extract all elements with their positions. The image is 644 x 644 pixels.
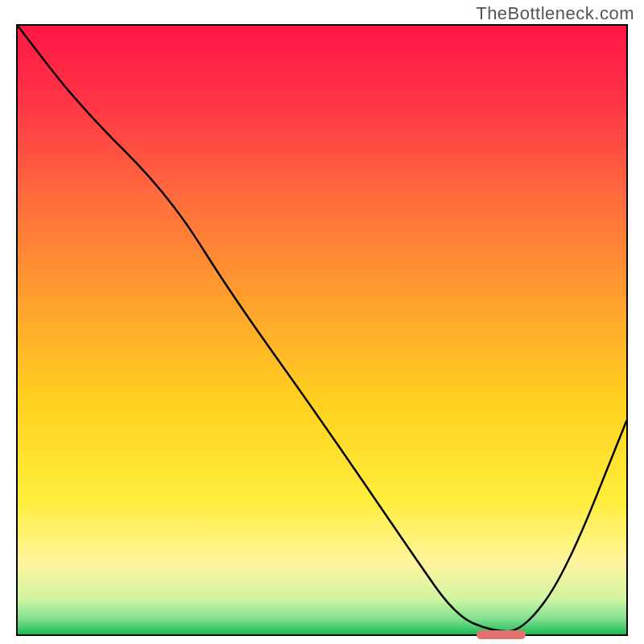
chart-container: TheBottleneck.com [0,0,644,644]
chart-frame [16,24,628,636]
watermark-text: TheBottleneck.com [476,3,634,24]
bottleneck-curve [18,26,626,634]
optimal-range-marker [477,630,526,639]
